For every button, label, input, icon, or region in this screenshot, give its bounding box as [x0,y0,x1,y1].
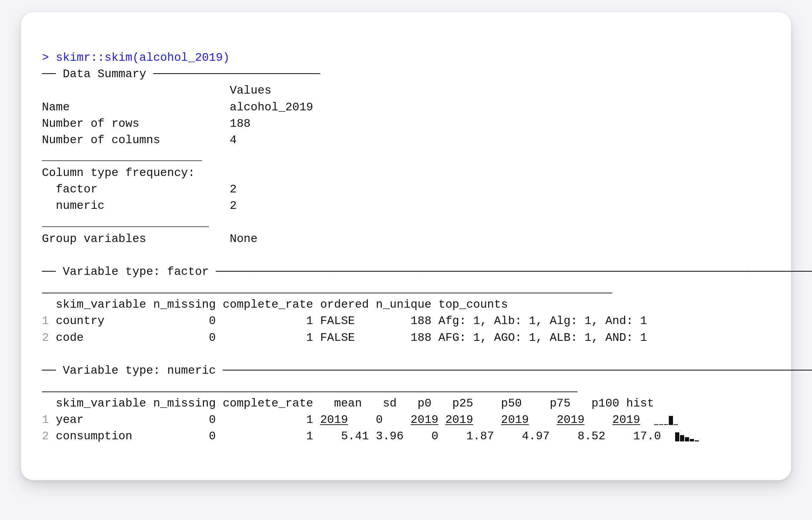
numeric-row1-mean: 2019 [320,413,348,426]
blank-line [42,249,49,262]
svg-rect-5 [675,432,679,441]
summary-numeric-value: 2 [230,199,237,212]
numeric-row2-sd: 3.96 [376,430,404,443]
summary-values-header: Values [230,84,272,97]
factor-row2-cr: 1 [306,331,313,344]
svg-rect-0 [654,424,658,425]
factor-row1-cr: 1 [306,314,313,328]
summary-title: Data Summary [63,67,146,81]
numeric-h-hist: hist [626,397,654,410]
svg-rect-3 [669,416,673,425]
numeric-h-p50: p50 [501,397,522,410]
numeric-row2-p25: 1.87 [466,430,494,443]
numeric-row2-p0: 0 [431,430,438,443]
numeric-row1-p75: 2019 [557,413,585,426]
summary-ctf-label: Column type frequency: [42,166,195,180]
factor-row1-ord: FALSE [320,314,355,328]
factor-section-title: Variable type: factor [63,265,209,278]
factor-row2-var: code [56,331,84,344]
numeric-row1-var: year [56,413,84,426]
numeric-row2-nmiss: 0 [209,430,216,443]
factor-row1-var: country [56,314,104,328]
blank-line-2 [42,347,49,361]
numeric-h-sd: sd [383,397,397,410]
factor-row1-tc: Afg: 1, Alb: 1, Alg: 1, And: 1 [438,314,647,328]
numeric-section-title: Variable type: numeric [63,364,216,377]
summary-name-value: alcohol_2019 [230,101,313,114]
factor-row2-tc: AFG: 1, AGO: 1, ALB: 1, AND: 1 [438,331,647,344]
numeric-row1-sd: 0 [376,413,383,426]
prompt-line: > skimr::skim(alcohol_2019) [42,51,230,64]
svg-rect-7 [685,437,689,441]
factor-h-ordered: ordered [320,298,369,311]
numeric-row2-p50: 4.97 [522,430,550,443]
numeric-h-skimvar: skim_variable [56,397,146,410]
summary-group-value: None [230,232,258,246]
summary-cols-value: 4 [230,133,237,147]
numeric-row1-p0: 2019 [411,413,439,426]
numeric-row1-idx: 1 [42,413,49,426]
numeric-row1-p100: 2019 [612,413,640,426]
command: skimr::skim(alcohol_2019) [56,51,230,64]
factor-row1-idx: 1 [42,314,49,328]
numeric-h-p100: p100 [591,397,619,410]
factor-h-nmissing: n_missing [153,298,216,311]
numeric-row2-cr: 1 [306,430,313,443]
numeric-h-p75: p75 [550,397,571,410]
summary-cols-label: Number of columns [42,133,160,147]
factor-h-nunique: n_unique [376,298,431,311]
factor-row1-nmiss: 0 [209,314,216,328]
numeric-row1-p50: 2019 [501,413,529,426]
factor-h-skimvar: skim_variable [56,298,146,311]
svg-rect-9 [695,440,699,441]
numeric-row2-var: consumption [56,430,132,443]
numeric-h-p0: p0 [418,397,432,410]
factor-h-topcounts: top_counts [438,298,508,311]
numeric-h-p25: p25 [452,397,473,410]
factor-row1-nu: 188 [411,314,432,328]
factor-row2-ord: FALSE [320,331,355,344]
numeric-row1-nmiss: 0 [209,413,216,426]
numeric-h-nmissing: n_missing [153,397,216,410]
summary-name-label: Name [42,101,70,114]
prompt-marker: > [42,51,49,64]
summary-rows-value: 188 [230,117,251,130]
numeric-row2-idx: 2 [42,430,49,443]
factor-row2-nmiss: 0 [209,331,216,344]
svg-rect-2 [664,424,668,425]
svg-rect-4 [674,424,678,425]
summary-group-label: Group variables [42,232,146,246]
numeric-h-complete: complete_rate [223,397,313,410]
factor-row2-nu: 188 [411,331,432,344]
numeric-row1-cr: 1 [306,413,313,426]
factor-row2-idx: 2 [42,331,49,344]
svg-rect-1 [659,424,663,425]
numeric-h-mean: mean [334,397,362,410]
summary-factor-label: factor [56,183,98,196]
summary-factor-value: 2 [230,183,237,196]
summary-numeric-label: numeric [56,199,104,212]
svg-rect-6 [680,435,684,441]
numeric-row2-p100: 17.0 [633,430,661,443]
numeric-row1-p25: 2019 [445,413,473,426]
factor-h-complete: complete_rate [223,298,313,311]
numeric-row2-p75: 8.52 [578,430,606,443]
numeric-row2-mean: 5.41 [341,430,369,443]
hist-icon-year [654,415,679,425]
factor-header-underline [42,281,612,295]
numeric-header-underline [42,380,578,394]
console-output: > skimr::skim(alcohol_2019) ── Data Summ… [42,33,770,445]
console-card: > skimr::skim(alcohol_2019) ── Data Summ… [21,12,791,480]
summary-rows-label: Number of rows [42,117,139,130]
svg-rect-8 [690,439,694,441]
hist-icon-consumption [675,431,700,441]
